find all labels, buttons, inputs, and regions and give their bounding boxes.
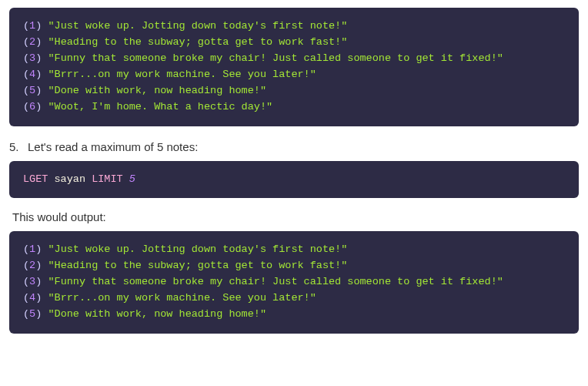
output-block-2: (1) "Just woke up. Jotting down today's … [9, 231, 579, 334]
step-list: Let's read a maximum of 5 notes: [9, 140, 579, 153]
cmd-limit: LIMIT [92, 173, 123, 185]
output-line: (3) "Funny that someone broke my chair! … [23, 51, 565, 67]
output-line: (4) "Brrr...on my work machine. See you … [23, 290, 565, 307]
output-block-1: (1) "Just woke up. Jotting down today's … [9, 8, 579, 126]
cmd-ident: sayan [55, 173, 86, 185]
command-line: LGET sayan LIMIT 5 [23, 172, 565, 188]
output-line: (2) "Heading to the subway; gotta get to… [23, 35, 565, 51]
output-line: (3) "Funny that someone broke my chair! … [23, 274, 565, 290]
output-line: (1) "Just woke up. Jotting down today's … [23, 18, 565, 35]
output-line: (6) "Woot, I'm home. What a hectic day!" [23, 99, 565, 116]
output-line: (1) "Just woke up. Jotting down today's … [23, 242, 565, 258]
cmd-lget: LGET [23, 173, 48, 185]
cmd-arg: 5 [129, 173, 135, 185]
output-line: (4) "Brrr...on my work machine. See you … [23, 67, 565, 83]
output-line: (5) "Done with work, now heading home!" [23, 307, 565, 323]
step-5: Let's read a maximum of 5 notes: [25, 140, 579, 153]
output-line: (5) "Done with work, now heading home!" [23, 83, 565, 99]
would-output-text: This would output: [12, 210, 579, 223]
output-line: (2) "Heading to the subway; gotta get to… [23, 258, 565, 274]
command-block: LGET sayan LIMIT 5 [9, 161, 579, 199]
